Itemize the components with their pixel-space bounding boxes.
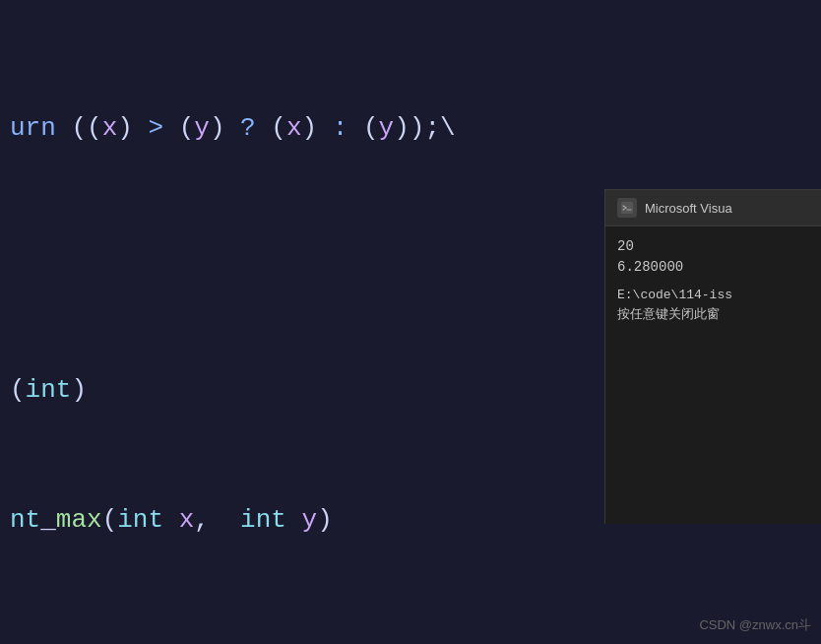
terminal-app-icon (617, 198, 637, 218)
terminal-body: 20 6.280000 E:\code\114-iss 按任意键关闭此窗 (605, 226, 821, 524)
terminal-titlebar: Microsoft Visua (605, 190, 821, 226)
terminal-output-line2: 6.280000 (617, 257, 809, 278)
code-editor: urn ((x) > (y) ? (x) : (y));\ (int) nt_m… (0, 0, 821, 644)
terminal-title: Microsoft Visua (645, 201, 732, 216)
terminal-hint: 按任意键关闭此窗 (617, 305, 809, 325)
code-line-5 (10, 629, 811, 644)
code-line-1: urn ((x) > (y) ? (x) : (y));\ (10, 106, 811, 150)
terminal-window: Microsoft Visua 20 6.280000 E:\code\114-… (604, 189, 821, 524)
watermark: CSDN @znwx.cn斗 (699, 616, 811, 634)
terminal-path: E:\code\114-iss (617, 286, 809, 305)
terminal-output-line1: 20 (617, 236, 809, 257)
